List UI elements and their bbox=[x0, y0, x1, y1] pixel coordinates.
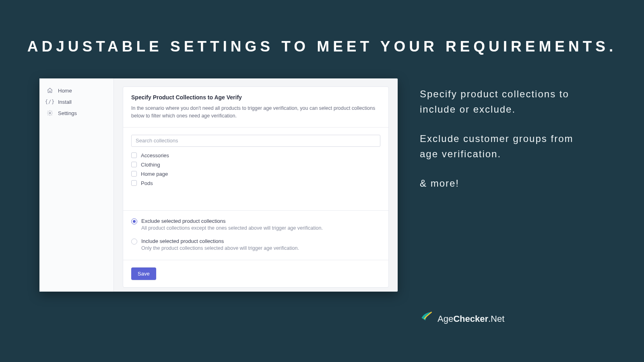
sidebar-item-label: Settings bbox=[58, 110, 77, 116]
radio-sublabel: Only the product collections selected ab… bbox=[141, 245, 299, 251]
gear-icon bbox=[47, 110, 53, 116]
checkbox[interactable] bbox=[131, 171, 137, 177]
radio-label: Exclude selected product collections bbox=[141, 218, 323, 224]
hero-headline: ADJUSTABLE SETTINGS TO MEET YOUR REQUIRE… bbox=[0, 0, 644, 59]
radio-option-exclude[interactable]: Exclude selected product collections All… bbox=[131, 218, 380, 231]
radio-label: Include selected product collections bbox=[141, 238, 299, 244]
promo-line-2: Exclude customer groups from age verific… bbox=[420, 131, 605, 162]
brand-age: Age bbox=[438, 314, 453, 324]
collection-row[interactable]: Home page bbox=[131, 171, 380, 177]
sidebar-item-settings[interactable]: Settings bbox=[43, 107, 110, 119]
sidebar-item-label: Install bbox=[58, 99, 72, 105]
code-icon: {/} bbox=[47, 99, 53, 105]
collection-label: Clothing bbox=[141, 162, 160, 168]
home-icon bbox=[47, 87, 53, 94]
sidebar-item-home[interactable]: Home bbox=[43, 85, 110, 96]
radio-sublabel: All product collections except the ones … bbox=[141, 225, 323, 231]
collection-row[interactable]: Accessories bbox=[131, 152, 380, 158]
sidebar-item-install[interactable]: {/} Install bbox=[43, 96, 110, 107]
sidebar: Home {/} Install Settings bbox=[39, 78, 114, 292]
radio[interactable] bbox=[131, 239, 137, 245]
checkbox[interactable] bbox=[131, 180, 137, 186]
collection-row[interactable]: Pods bbox=[131, 180, 380, 186]
card-description: In the scenario where you don't need all… bbox=[131, 105, 377, 120]
checkmark-icon bbox=[420, 310, 433, 328]
brand-checker: Checker bbox=[453, 314, 488, 324]
collection-label: Accessories bbox=[141, 152, 169, 158]
radio-option-include[interactable]: Include selected product collections Onl… bbox=[131, 238, 380, 251]
settings-card: Specify Product Collections to Age Verif… bbox=[123, 86, 389, 288]
search-input[interactable] bbox=[131, 135, 380, 147]
svg-point-0 bbox=[49, 112, 51, 114]
main-content: Specify Product Collections to Age Verif… bbox=[114, 78, 398, 292]
promo-line-3: & more! bbox=[420, 176, 605, 191]
app-screenshot: Home {/} Install Settings Specify Produc… bbox=[39, 78, 398, 292]
collection-label: Pods bbox=[141, 180, 153, 186]
radio[interactable] bbox=[131, 218, 137, 224]
sidebar-item-label: Home bbox=[58, 88, 72, 94]
brand-net: .Net bbox=[488, 314, 504, 324]
promo-column: Specify product collections to include o… bbox=[420, 78, 605, 330]
checkbox[interactable] bbox=[131, 152, 137, 158]
brand-logo: AgeChecker.Net bbox=[420, 310, 504, 328]
collection-label: Home page bbox=[141, 171, 168, 177]
collection-row[interactable]: Clothing bbox=[131, 162, 380, 168]
card-title: Specify Product Collections to Age Verif… bbox=[131, 94, 380, 101]
promo-line-1: Specify product collections to include o… bbox=[420, 86, 605, 117]
save-button[interactable]: Save bbox=[131, 267, 156, 280]
checkbox[interactable] bbox=[131, 162, 137, 167]
